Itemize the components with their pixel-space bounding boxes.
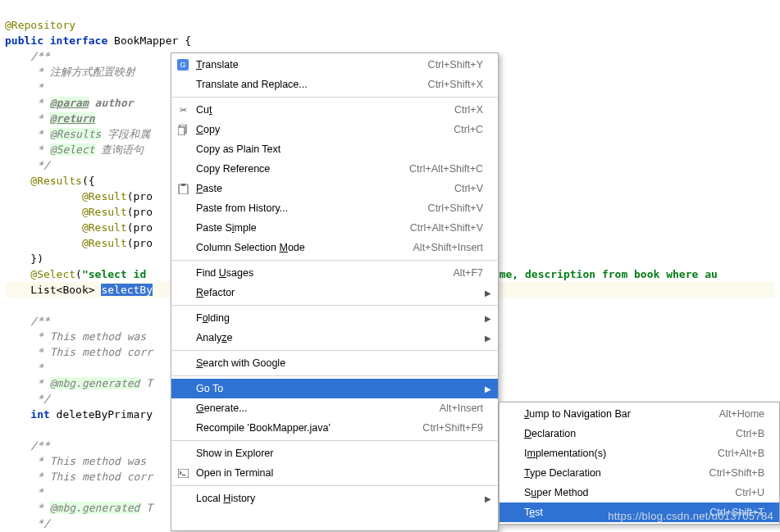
menu-label: Paste from History...	[196, 202, 422, 214]
javadoc-line: *	[5, 377, 50, 389]
submenu-arrow-icon: ▶	[485, 494, 491, 503]
brace-open: {	[185, 34, 191, 47]
doc-tag-select: @Select	[50, 143, 95, 156]
submenu-arrow-icon: ▶	[485, 289, 491, 298]
doc-tag-results: @Results	[50, 128, 102, 140]
selected-method-name: selectBy	[101, 284, 153, 296]
javadoc-end: */	[5, 517, 50, 530]
menu-label: Translate and Replace...	[196, 79, 422, 90]
annotation-result: @Result	[82, 206, 127, 218]
code-indent	[5, 268, 30, 280]
menu-label: Generate...	[196, 402, 433, 414]
javadoc-line: *	[5, 143, 50, 156]
code-indent	[5, 190, 82, 202]
menu-separator	[172, 375, 497, 376]
doc-tag-param: @param	[50, 97, 89, 109]
menu-shortcut: Ctrl+Shift+V	[428, 202, 483, 214]
translate-icon: G	[176, 58, 189, 71]
paste-icon	[176, 182, 189, 195]
menu-shortcut: Ctrl+C	[454, 124, 483, 135]
menu-item-translate[interactable]: G TTranslateranslate Ctrl+Shift+Y	[171, 55, 498, 75]
menu-shortcut: Ctrl+Shift+F9	[422, 422, 483, 434]
javadoc-text: 字段和属	[101, 128, 150, 140]
menu-item-search-google[interactable]: Search with Google	[171, 353, 498, 373]
javadoc-text: 查询语句	[95, 143, 144, 156]
menu-item-copy[interactable]: Copy Ctrl+C	[171, 120, 498, 139]
javadoc-line: *	[5, 112, 50, 125]
menu-item-paste-simple[interactable]: Paste Simple Ctrl+Alt+Shift+V	[171, 218, 498, 238]
javadoc-line: * 注解方式配置映射	[5, 66, 135, 78]
svg-text:G: G	[180, 61, 185, 69]
menu-separator	[172, 350, 497, 351]
menu-shortcut: Alt+Shift+Insert	[413, 242, 483, 253]
code-indent	[5, 175, 30, 187]
code-indent	[5, 206, 82, 218]
menu-item-translate-replace[interactable]: Translate and Replace... Ctrl+Shift+X	[171, 75, 498, 94]
annotation-select: @Select	[30, 268, 75, 280]
menu-item-refactor[interactable]: Refactor ▶	[171, 283, 498, 302]
terminal-icon	[176, 466, 189, 480]
javadoc-start: /**	[5, 50, 50, 62]
menu-label: Cut	[196, 104, 448, 116]
menu-shortcut: Ctrl+Alt+Shift+V	[410, 222, 483, 234]
sql-string-part1: "select id	[82, 268, 153, 280]
menu-item-recompile[interactable]: Recompile 'BookMapper.java' Ctrl+Shift+F…	[171, 418, 498, 438]
menu-shortcut: Ctrl+Alt+Shift+C	[409, 163, 483, 175]
code-indent	[5, 221, 82, 234]
editor-context-menu: G TTranslateranslate Ctrl+Shift+Y Transl…	[171, 52, 499, 531]
menu-label: Show in Explorer	[196, 448, 483, 459]
menu-shortcut: Ctrl+Shift+X	[428, 79, 483, 90]
menu-item-column-selection[interactable]: Column Selection Mode Alt+Shift+Insert	[171, 238, 498, 257]
menu-item-find-usages[interactable]: Find Usages Alt+F7	[171, 263, 498, 283]
javadoc-line: * This method was	[5, 455, 153, 467]
menu-item-analyze[interactable]: Analyze ▶	[171, 328, 498, 348]
keyword-int: int	[30, 408, 49, 421]
copy-icon	[176, 123, 189, 136]
code-text: (pro	[127, 206, 153, 218]
sql-string-part2: e_time, description from book where au	[473, 268, 717, 280]
menu-separator	[172, 97, 497, 98]
class-name: BookMapper	[114, 34, 178, 47]
menu-label: Analyze	[196, 332, 483, 343]
submenu-item-nav-bar[interactable]: Jump to Navigation Bar Alt+Home	[499, 404, 779, 424]
menu-item-folding[interactable]: Folding ▶	[171, 308, 498, 328]
menu-item-local-history[interactable]: Local History ▶	[171, 489, 498, 508]
javadoc-line: *	[5, 502, 50, 514]
submenu-item-declaration[interactable]: Declaration Ctrl+B	[499, 424, 779, 443]
menu-label: Find Usages	[196, 267, 447, 279]
menu-shortcut: Ctrl+B	[736, 428, 764, 439]
code-indent	[5, 237, 82, 249]
menu-label: Refactor	[196, 287, 483, 298]
menu-item-copy-reference[interactable]: Copy Reference Ctrl+Alt+Shift+C	[171, 159, 498, 179]
menu-item-generate[interactable]: Generate... Alt+Insert	[171, 398, 498, 418]
annotation-results: @Results	[30, 175, 82, 187]
menu-separator	[172, 440, 497, 441]
submenu-item-implementations[interactable]: Implementation(s) Ctrl+Alt+B	[499, 443, 779, 463]
menu-item-copy-plain[interactable]: Copy as Plain Text	[171, 139, 498, 159]
method-name: deleteByPrimary	[50, 408, 153, 421]
menu-item-open-terminal[interactable]: Open in Terminal	[171, 463, 498, 483]
watermark-text: https://blog.csdn.net/u013705784	[608, 510, 773, 522]
menu-label: Open in Terminal	[196, 467, 483, 479]
menu-label: TTranslateranslate	[196, 59, 422, 70]
menu-item-goto[interactable]: Go To ▶	[171, 379, 498, 398]
menu-item-cut[interactable]: ✂ Cut Ctrl+X	[171, 100, 498, 120]
menu-label: Jump to Navigation Bar	[524, 408, 713, 420]
menu-item-paste[interactable]: Paste Ctrl+V	[171, 179, 498, 198]
goto-submenu: Jump to Navigation Bar Alt+Home Declarat…	[499, 402, 780, 525]
menu-shortcut: Ctrl+X	[454, 104, 483, 116]
doc-tag-mbg: @mbg.generated	[50, 377, 140, 389]
submenu-item-super-method[interactable]: Super Method Ctrl+U	[499, 483, 779, 502]
menu-label: Type Declaration	[524, 467, 703, 479]
menu-label: Folding	[196, 312, 483, 324]
menu-shortcut: Alt+F7	[454, 267, 483, 279]
menu-item-paste-history[interactable]: Paste from History... Ctrl+Shift+V	[171, 198, 498, 218]
code-text: (	[75, 268, 82, 280]
doc-tag-return: @return	[50, 112, 95, 125]
submenu-item-type-declaration[interactable]: Type Declaration Ctrl+Shift+B	[499, 463, 779, 483]
menu-item-show-explorer[interactable]: Show in Explorer	[171, 443, 498, 463]
menu-label: Search with Google	[196, 357, 483, 369]
javadoc-line: *	[5, 128, 50, 140]
svg-rect-6	[178, 469, 189, 478]
svg-rect-3	[178, 127, 185, 135]
